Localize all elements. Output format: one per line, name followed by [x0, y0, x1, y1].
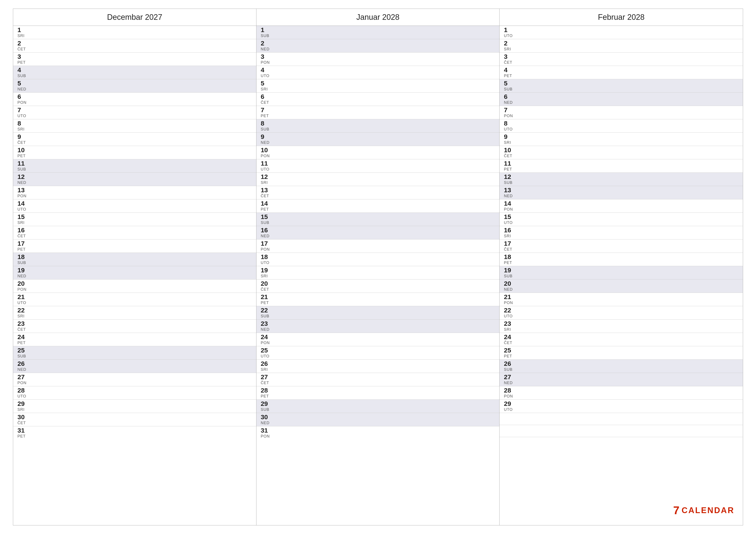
day-info: 28PET [261, 387, 274, 398]
day-number: 7 [504, 107, 517, 113]
day-number: 22 [261, 307, 274, 314]
day-info: 12SRI [261, 173, 274, 185]
day-name: UTO [17, 207, 30, 212]
day-row: 13NED [500, 186, 743, 199]
day-number: 3 [504, 53, 517, 60]
month-header-0: Decembar 2027 [13, 9, 256, 26]
day-number: 13 [504, 187, 517, 193]
day-name: ČET [504, 154, 517, 158]
day-row: 5NED [13, 79, 256, 92]
day-info: 21PON [504, 294, 517, 305]
day-name: ČET [261, 287, 274, 292]
day-name: SUB [504, 180, 517, 185]
day-name: NED [504, 100, 517, 105]
day-info: 3PON [261, 53, 274, 65]
day-row: 10PON [256, 146, 500, 159]
day-info: 16ČET [17, 227, 30, 238]
day-number: 2 [17, 40, 30, 46]
day-number: 21 [261, 294, 274, 300]
day-number: 8 [261, 120, 274, 127]
day-number: 25 [17, 347, 30, 354]
day-info: 14UTO [17, 200, 30, 212]
day-name: PON [504, 394, 517, 398]
day-info: 13NED [504, 187, 517, 198]
day-number: 1 [261, 27, 274, 33]
day-name: PET [17, 154, 30, 158]
day-name: PET [504, 354, 517, 359]
day-row: 22SUB [256, 306, 500, 319]
day-number: 29 [504, 400, 517, 407]
day-info: 11SUB [17, 160, 30, 172]
day-name: PON [261, 60, 274, 65]
day-number: 30 [17, 414, 30, 420]
day-number: 18 [17, 254, 30, 260]
day-number: 30 [261, 414, 274, 420]
day-row: 28PET [256, 386, 500, 400]
day-row: 20NED [500, 279, 743, 293]
day-number: 8 [504, 120, 517, 127]
day-row: 29UTO [500, 400, 743, 413]
day-row: 15UTO [500, 213, 743, 226]
day-name: SRI [504, 234, 517, 238]
day-info: 21UTO [17, 294, 30, 305]
day-name: SUB [261, 314, 274, 318]
day-number: 22 [504, 307, 517, 314]
day-name: UTO [261, 167, 274, 172]
day-info: 25UTO [261, 347, 274, 359]
day-number: 19 [17, 267, 30, 273]
day-number: 23 [261, 320, 274, 327]
day-info: 4UTO [261, 67, 274, 78]
day-number: 10 [17, 147, 30, 153]
day-row: 20ČET [256, 279, 500, 293]
day-name: PON [504, 114, 517, 118]
day-number: 9 [17, 134, 30, 140]
day-info: 31PON [261, 427, 274, 439]
day-row: 9ČET [13, 133, 256, 146]
day-row: 13ČET [256, 186, 500, 199]
day-row: 26SUB [500, 360, 743, 373]
day-name: UTO [504, 220, 517, 225]
day-number: 12 [261, 173, 274, 180]
day-row: 17PET [13, 240, 256, 253]
day-number: 28 [261, 387, 274, 394]
day-info: 22SRI [17, 307, 30, 318]
day-info: 29SUB [261, 400, 274, 412]
day-name: SUB [17, 74, 30, 78]
day-number: 11 [261, 160, 274, 167]
day-row: 23ČET [13, 319, 256, 333]
day-number: 28 [504, 387, 517, 394]
day-info: 11PET [504, 160, 517, 172]
day-name: UTO [17, 114, 30, 118]
day-name: SRI [17, 127, 30, 132]
day-name: NED [261, 47, 274, 51]
day-name: SUB [261, 34, 274, 38]
day-name: NED [261, 421, 274, 425]
day-name: PET [261, 394, 274, 398]
day-name: NED [17, 180, 30, 185]
day-info: 5SRI [261, 80, 274, 91]
day-number: 20 [504, 280, 517, 287]
day-name: NED [261, 140, 274, 145]
day-row: 29SRI [13, 400, 256, 413]
day-number: 10 [504, 147, 517, 153]
day-number: 26 [504, 361, 517, 367]
day-row: 23SRI [500, 319, 743, 333]
day-name: SRI [261, 87, 274, 91]
day-info: 10PON [261, 147, 274, 158]
day-row: 28UTO [13, 386, 256, 400]
day-name: SRI [504, 140, 517, 145]
day-row: 31PET [13, 426, 256, 440]
day-row: 28PON [500, 386, 743, 400]
day-info: 2ČET [17, 40, 30, 51]
day-row: 21UTO [13, 293, 256, 306]
day-info: 3ČET [504, 53, 517, 65]
day-name: SUB [17, 354, 30, 359]
day-name: ČET [261, 194, 274, 198]
day-info: 28PON [504, 387, 517, 398]
day-row: 16NED [256, 226, 500, 240]
day-row: 12SRI [256, 173, 500, 186]
empty-row [500, 425, 743, 437]
day-info: 24PET [17, 334, 30, 345]
day-name: NED [504, 287, 517, 292]
day-row: 19SRI [256, 266, 500, 279]
